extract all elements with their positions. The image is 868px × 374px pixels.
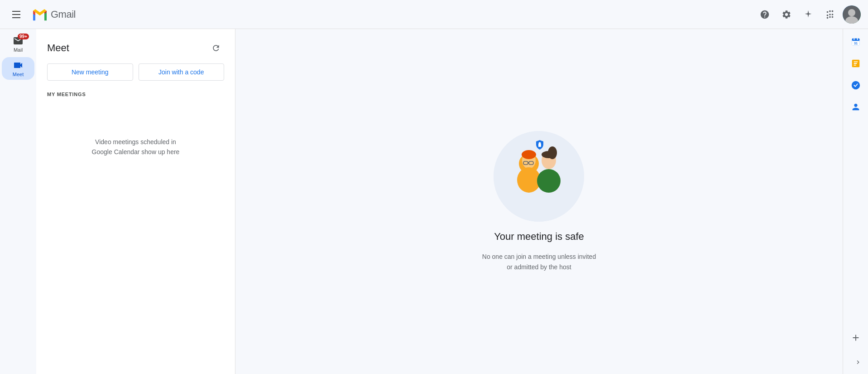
meetings-empty-message: Video meetings scheduled inGoogle Calend… — [36, 101, 235, 168]
svg-point-27 — [851, 81, 859, 89]
new-meeting-button[interactable]: New meeting — [47, 63, 133, 81]
help-button[interactable] — [756, 5, 774, 24]
svg-rect-19 — [852, 39, 859, 41]
plus-icon — [851, 333, 861, 343]
svg-text:31: 31 — [854, 41, 857, 45]
main-content: Your meeting is safe No one can join a m… — [235, 29, 843, 374]
grid-icon — [825, 10, 835, 19]
svg-point-6 — [522, 150, 536, 159]
contacts-icon — [851, 102, 861, 112]
safe-description: No one can join a meeting unless invited… — [482, 252, 596, 272]
keep-button[interactable] — [847, 54, 865, 73]
sparkle-icon — [803, 10, 813, 19]
help-icon — [760, 10, 770, 19]
meet-action-buttons: New meeting Join with a code — [36, 63, 235, 88]
tasks-button[interactable] — [847, 76, 865, 94]
video-icon — [13, 60, 24, 71]
gmail-m-icon — [31, 5, 49, 24]
header-left: Gmail — [7, 5, 756, 24]
avatar-image — [843, 5, 861, 24]
svg-rect-24 — [854, 61, 858, 62]
meetings-empty-text: Video meetings scheduled inGoogle Calend… — [92, 138, 180, 155]
safe-illustration — [494, 131, 584, 222]
hamburger-menu[interactable] — [7, 5, 25, 24]
app-name-label: Gmail — [51, 9, 76, 20]
keep-icon — [851, 58, 861, 68]
sidebar-item-mail[interactable]: 99+ Mail — [2, 33, 34, 55]
calendar-button[interactable]: 31 — [847, 33, 865, 51]
icon-sidebar: 99+ Mail Meet — [0, 29, 36, 374]
meet-icon-wrap — [9, 60, 27, 71]
add-sidebar-app-button[interactable] — [847, 329, 865, 347]
svg-point-14 — [537, 169, 561, 193]
chevron-right-icon — [854, 359, 862, 366]
sidebar-meet-label: Meet — [13, 72, 24, 77]
gmail-logo: Gmail — [31, 5, 76, 24]
svg-point-16 — [539, 142, 541, 145]
join-with-code-button[interactable]: Join with a code — [139, 63, 225, 81]
refresh-button[interactable] — [208, 40, 224, 56]
svg-point-1 — [848, 9, 855, 16]
sidebar-item-meet[interactable]: Meet — [2, 57, 34, 80]
user-avatar[interactable] — [843, 5, 861, 24]
svg-rect-26 — [854, 65, 856, 66]
calendar-icon: 31 — [851, 37, 861, 47]
settings-icon — [782, 10, 791, 19]
sparkle-button[interactable] — [799, 5, 817, 24]
safe-heading: Your meeting is safe — [494, 231, 584, 243]
meet-panel-title: Meet — [47, 42, 69, 54]
refresh-icon — [211, 44, 221, 53]
sidebar-mail-label: Mail — [14, 47, 23, 53]
svg-point-13 — [542, 151, 556, 158]
safe-card: Your meeting is safe No one can join a m… — [482, 131, 596, 272]
right-panel: 31 — [843, 29, 868, 374]
main-layout: 99+ Mail Meet Meet New meeting Join with… — [0, 29, 868, 374]
mail-badge: 99+ — [18, 34, 29, 39]
header-right — [756, 5, 861, 24]
expand-panel-button[interactable] — [852, 356, 864, 369]
tasks-icon — [851, 80, 861, 90]
contacts-button[interactable] — [847, 98, 865, 116]
meeting-illustration — [494, 131, 584, 222]
meet-panel: Meet New meeting Join with a code MY MEE… — [36, 29, 235, 374]
apps-button[interactable] — [821, 5, 839, 24]
svg-rect-25 — [854, 63, 857, 64]
meet-panel-header: Meet — [36, 29, 235, 63]
my-meetings-label: MY MEETINGS — [36, 88, 235, 101]
app-header: Gmail — [0, 0, 868, 29]
mail-icon-wrap: 99+ — [9, 35, 27, 46]
settings-button[interactable] — [777, 5, 796, 24]
